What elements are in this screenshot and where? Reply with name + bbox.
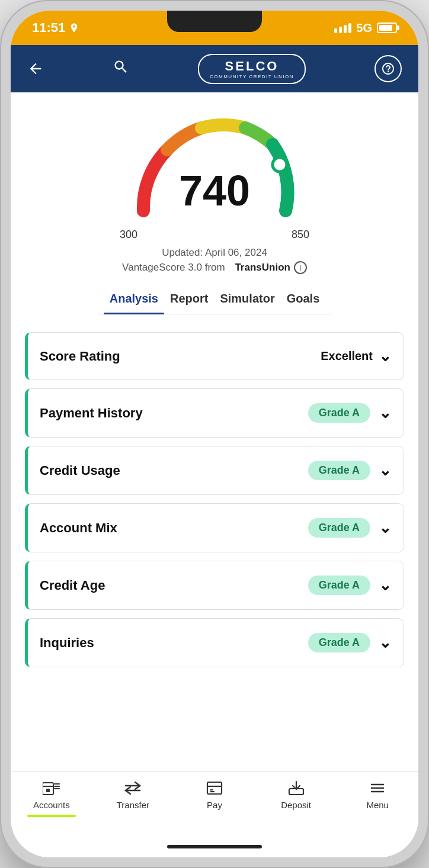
score-rating-label: Score Rating [40,349,120,364]
credit-age-grade: Grade A [308,576,370,595]
payment-history-chevron: ⌄ [379,404,392,422]
status-right: 5G [334,21,397,35]
network-label: 5G [356,21,372,35]
credit-usage-grade: Grade A [308,461,370,480]
info-button[interactable]: i [294,261,307,274]
credit-score-gauge: 740 [114,110,315,229]
account-mix-grade: Grade A [308,518,370,538]
credit-score-value: 740 [179,169,250,212]
accordion-credit-usage-header[interactable]: Credit Usage Grade A ⌄ [28,446,404,494]
deposit-icon [284,779,308,798]
credit-age-right: Grade A ⌄ [308,576,392,595]
gauge-needle-dot [273,157,287,172]
logo-main-text: SELCO [210,59,294,74]
gauge-source-text: VantageScore 3.0 from TransUnion i [122,261,307,274]
account-mix-right: Grade A ⌄ [308,518,392,538]
deposit-label: Deposit [281,800,311,810]
pay-label: Pay [207,800,222,810]
selco-logo: SELCO COMMUNITY CREDIT UNION [198,54,306,84]
gauge-range-labels: 300 850 [114,229,315,241]
credit-age-chevron: ⌄ [379,576,392,594]
battery-icon [377,22,397,33]
main-content: 740 300 850 Updated: April 06, 2024 Vant… [11,92,418,771]
phone-screen: 11:51 5G [11,11,418,857]
search-button[interactable] [113,59,129,79]
account-mix-chevron: ⌄ [379,519,392,537]
accordion-credit-usage: Credit Usage Grade A ⌄ [25,446,404,495]
status-time: 11:51 [32,20,79,36]
accounts-icon [40,779,63,798]
transfer-icon [121,779,145,798]
accordion-credit-age-header[interactable]: Credit Age Grade A ⌄ [28,561,404,609]
accordion-score-rating: Score Rating Excellent ⌄ [25,332,404,380]
transfer-label: Transfer [117,800,149,810]
accounts-label: Accounts [33,800,70,810]
help-button[interactable] [374,55,402,82]
home-bar-indicator [167,845,262,848]
payment-history-right: Grade A ⌄ [308,403,392,423]
pay-icon [203,779,226,798]
bottom-nav-deposit[interactable]: Deposit [255,779,337,810]
credit-usage-label: Credit Usage [40,463,120,478]
accordion-inquiries: Inquiries Grade A ⌄ [25,618,404,667]
credit-usage-right: Grade A ⌄ [308,461,392,480]
score-rating-chevron: ⌄ [379,347,392,365]
tab-report[interactable]: Report [164,284,214,314]
phone-shell: 11:51 5G [0,0,429,868]
account-mix-label: Account Mix [40,520,117,536]
inquiries-grade: Grade A [308,633,370,652]
bottom-nav: Accounts Transfer [11,771,418,836]
bottom-nav-accounts[interactable]: Accounts [11,779,92,810]
score-rating-right: Excellent ⌄ [321,347,392,365]
inquiries-right: Grade A ⌄ [308,633,392,652]
tab-analysis[interactable]: Analysis [104,284,164,314]
gauge-source-label: VantageScore 3.0 from [122,262,225,274]
battery-fill [379,25,392,31]
gauge-source-emphasis: TransUnion [235,262,290,274]
bottom-nav-transfer[interactable]: Transfer [92,779,174,810]
notch [167,11,262,32]
gauge-min-label: 300 [120,229,137,241]
score-rating-value: Excellent [321,349,373,363]
payment-history-grade: Grade A [308,403,370,423]
signal-bars [334,23,351,33]
tab-simulator[interactable]: Simulator [214,284,280,314]
gauge-max-label: 850 [292,229,309,241]
accordion-score-rating-header[interactable]: Score Rating Excellent ⌄ [28,333,404,380]
inquiries-label: Inquiries [40,635,94,651]
nav-bar: SELCO COMMUNITY CREDIT UNION [11,45,418,92]
payment-history-label: Payment History [40,406,143,421]
svg-rect-2 [46,789,50,792]
accordion-list: Score Rating Excellent ⌄ Payment History… [11,320,418,679]
menu-label: Menu [366,800,389,810]
bottom-nav-menu[interactable]: Menu [337,779,418,810]
tabs-bar: Analysis Report Simulator Goals [98,284,332,314]
inquiries-chevron: ⌄ [379,634,392,652]
menu-icon [366,779,389,798]
gauge-section: 740 300 850 Updated: April 06, 2024 Vant… [11,92,418,320]
bottom-nav-pay[interactable]: Pay [174,779,255,810]
accordion-credit-age: Credit Age Grade A ⌄ [25,561,404,610]
logo-sub-text: COMMUNITY CREDIT UNION [210,74,294,79]
accordion-account-mix-header[interactable]: Account Mix Grade A ⌄ [28,504,404,552]
tab-goals[interactable]: Goals [281,284,326,314]
accordion-payment-history: Payment History Grade A ⌄ [25,388,404,438]
accordion-payment-history-header[interactable]: Payment History Grade A ⌄ [28,389,404,437]
credit-age-label: Credit Age [40,578,105,593]
credit-usage-chevron: ⌄ [379,461,392,480]
accordion-account-mix: Account Mix Grade A ⌄ [25,503,404,552]
gauge-updated-text: Updated: April 06, 2024 [162,247,267,259]
back-button[interactable] [27,60,44,77]
home-bar [11,836,418,857]
location-icon [69,22,79,33]
accordion-inquiries-header[interactable]: Inquiries Grade A ⌄ [28,619,404,667]
